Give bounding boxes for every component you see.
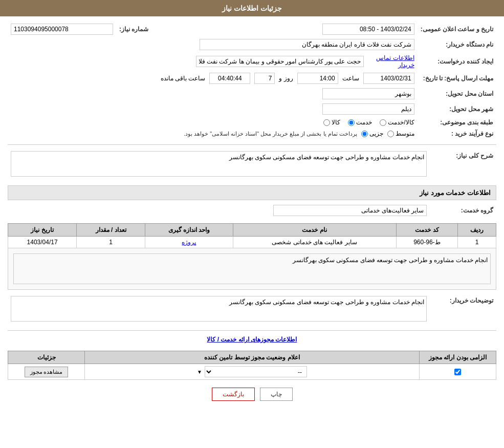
ostan-input bbox=[322, 88, 414, 99]
ostan-label: استان محل تحویل: bbox=[418, 86, 496, 101]
mohlat-day-label: روز و bbox=[279, 75, 293, 82]
back-button[interactable]: بازگشت bbox=[212, 388, 255, 401]
col-vahad: واحد اندازه گیری bbox=[145, 224, 233, 237]
nam-dastgah-input[interactable] bbox=[200, 39, 414, 50]
print-button[interactable]: چاپ bbox=[260, 388, 293, 401]
permit-col-elzami: الزامی بودن ارائه مجوز bbox=[420, 351, 496, 364]
permit-row: -- ▼ مشاهده مجوز bbox=[8, 364, 496, 380]
mohlat-date-input bbox=[363, 73, 414, 84]
ijad-konande-label: ایجاد کننده درخواست: bbox=[418, 52, 496, 71]
permit-col-detail: جزئیات bbox=[8, 351, 85, 364]
cell-name: سایر فعالیت های خدماتی شخصی bbox=[233, 237, 396, 248]
page-header: جزئیات اطلاعات نیاز bbox=[0, 0, 504, 16]
farayand-note: پرداخت تمام یا بخشی از مبلغ خریدار محل "… bbox=[184, 131, 357, 137]
col-tarikh: تاریخ نیاز bbox=[8, 224, 77, 237]
tabaqe-label: طبقه بندی موضوعی: bbox=[418, 117, 496, 128]
nam-dastgah-label: نام دستگاه خریدار: bbox=[418, 37, 496, 52]
cell-kod: ط-96-960 bbox=[396, 237, 458, 248]
buyer-desc-table: توضیحات خریدار: انجام خدمات مشاوره و طرا… bbox=[8, 294, 496, 325]
permit-col-status: اعلام وضعیت مجوز توسط تامین کننده bbox=[85, 351, 420, 364]
mojavez-section-link[interactable]: اطلاعات مجوزهای ارائه خدمت / کالا bbox=[8, 336, 496, 343]
mohlat-time-input bbox=[297, 73, 338, 84]
action-buttons: چاپ بازگشت bbox=[8, 388, 496, 401]
permit-status-select[interactable]: -- bbox=[205, 366, 307, 377]
tabaqe-kala-khedmat-radio[interactable] bbox=[380, 119, 386, 126]
sharh-table: شرح کلی نیاز: انجام خدمات مشاوره و طراحی… bbox=[8, 149, 496, 180]
tabaqe-kala-khedmat-label: کالا/خدمت bbox=[388, 119, 414, 126]
noe-farayand-label: نوع فرآیند خرید : bbox=[418, 128, 496, 139]
sharh-textarea[interactable]: انجام خدمات مشاوره و طراحی جهت توسعه فضا… bbox=[11, 151, 427, 177]
services-table: ردیف کد خدمت نام خدمت واحد اندازه گیری ت… bbox=[8, 223, 496, 290]
mohlat-label: مهلت ارسال پاسخ: تا تاریخ: bbox=[418, 71, 496, 86]
buyer-desc-textarea[interactable]: انجام خدمات مشاوره و طراحی جهت توسعه فضا… bbox=[11, 296, 427, 322]
tabaqe-khedmat-radio[interactable] bbox=[348, 119, 355, 126]
view-permit-button[interactable]: مشاهده مجوز bbox=[25, 367, 69, 377]
cell-radif: 1 bbox=[458, 237, 496, 248]
sharh-label: شرح کلی نیاز: bbox=[430, 149, 496, 180]
shahr-label: شهر محل تحویل: bbox=[418, 101, 496, 117]
motavasset-label: متوسط bbox=[396, 130, 414, 137]
desc-box: انجام خدمات مشاوره و طراحی جهت توسعه فضا… bbox=[13, 253, 491, 284]
info-table: تاریخ و ساعت اعلان عمومی: شماره نیاز: نا… bbox=[8, 22, 496, 139]
mohlat-remaining-input bbox=[209, 73, 250, 84]
khadamat-section-header: اطلاعات خدمات مورد نیاز bbox=[8, 185, 496, 200]
tarikh-label: تاریخ و ساعت اعلان عمومی: bbox=[418, 22, 496, 37]
motavasset-radio[interactable] bbox=[387, 131, 394, 137]
mohlat-days-input bbox=[254, 73, 275, 84]
jazii-label: جزیی bbox=[369, 130, 383, 137]
cell-tarikh: 1403/04/17 bbox=[8, 237, 77, 248]
grouh-label: گروه خدمت: bbox=[430, 203, 496, 218]
col-name: نام خدمت bbox=[233, 224, 396, 237]
col-kod: کد خدمت bbox=[396, 224, 458, 237]
tabaqe-khedmat-label: خدمت bbox=[356, 119, 372, 126]
grouh-input bbox=[273, 205, 427, 216]
ijad-konande-input[interactable] bbox=[196, 56, 364, 67]
cell-vahad: پروژه bbox=[145, 237, 233, 248]
permits-table: الزامی بودن ارائه مجوز اعلام وضعیت مجوز … bbox=[8, 351, 496, 380]
mohlat-remaining-label: ساعت باقی مانده bbox=[161, 75, 206, 82]
mohlat-time-label: ساعت bbox=[342, 75, 359, 82]
content-area: تاریخ و ساعت اعلان عمومی: شماره نیاز: نا… bbox=[0, 16, 504, 414]
permit-status-cell: -- ▼ bbox=[85, 364, 420, 380]
permit-detail-cell: مشاهده مجوز bbox=[8, 364, 85, 380]
cell-tedad: 1 bbox=[77, 237, 145, 248]
tabaqe-kala-radio[interactable] bbox=[323, 119, 330, 126]
page-title: جزئیات اطلاعات نیاز bbox=[222, 4, 282, 12]
table-row: 1 ط-96-960 سایر فعالیت های خدماتی شخصی پ… bbox=[8, 237, 496, 248]
elzami-checkbox[interactable] bbox=[454, 369, 461, 375]
permit-elzami-cell bbox=[420, 364, 496, 380]
shomare-niaz-input[interactable] bbox=[11, 24, 113, 35]
chevron-down-icon: ▼ bbox=[197, 369, 202, 375]
col-radif: ردیف bbox=[458, 224, 496, 237]
shomare-niaz-label: شماره نیاز: bbox=[116, 22, 176, 37]
jazii-radio[interactable] bbox=[361, 131, 368, 137]
grouh-table: گروه خدمت: bbox=[8, 203, 496, 218]
col-tedad: تعداد / مقدار bbox=[77, 224, 145, 237]
tabaqe-kala-label: کالا bbox=[332, 119, 340, 126]
permits-section: الزامی بودن ارائه مجوز اعلام وضعیت مجوز … bbox=[8, 351, 496, 380]
shahr-input bbox=[322, 103, 414, 115]
desc-row: انجام خدمات مشاوره و طراحی جهت توسعه فضا… bbox=[8, 248, 496, 290]
page-container: جزئیات اطلاعات نیاز تاریخ و ساعت اعلان ع… bbox=[0, 0, 504, 448]
etelasat-tamas-link[interactable]: اطلاعات تماس خریدار bbox=[366, 54, 414, 69]
buyer-desc-label: توضیحات خریدار: bbox=[430, 294, 496, 325]
tarikh-input[interactable] bbox=[322, 24, 414, 35]
